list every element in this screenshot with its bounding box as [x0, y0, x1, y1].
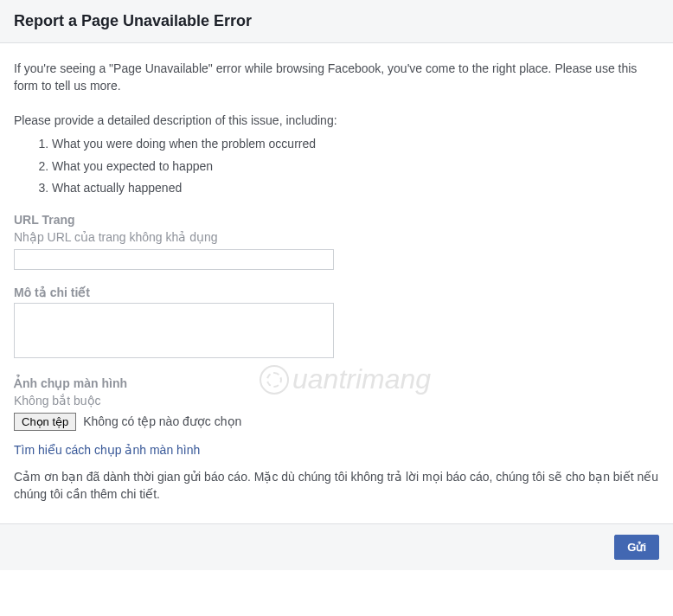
thanks-text: Cảm ơn bạn đã dành thời gian gửi báo cáo… [14, 469, 659, 503]
page-footer: Gửi [0, 524, 673, 570]
intro-text: If you're seeing a "Page Unavailable" er… [14, 61, 659, 94]
form-content: If you're seeing a "Page Unavailable" er… [0, 43, 673, 524]
instructions-list: What you were doing when the problem occ… [14, 136, 659, 197]
screenshot-help-link[interactable]: Tìm hiểu cách chụp ảnh màn hình [14, 443, 200, 457]
url-label: URL Trang [14, 213, 659, 227]
url-input[interactable] [14, 249, 334, 270]
description-label: Mô tả chi tiết [14, 286, 659, 299]
page-header: Report a Page Unavailable Error [0, 0, 673, 43]
file-status-text: Không có tệp nào được chọn [83, 414, 241, 428]
url-sublabel: Nhập URL của trang không khả dụng [14, 230, 659, 244]
file-input-row: Chọn tệp Không có tệp nào được chọn [14, 413, 659, 431]
instructions-lead: Please provide a detailed description of… [14, 113, 659, 127]
instructions-block: Please provide a detailed description of… [14, 113, 659, 197]
page-title: Report a Page Unavailable Error [14, 12, 659, 30]
list-item: What you expected to happen [52, 158, 659, 176]
screenshot-label: Ảnh chụp màn hình [14, 376, 659, 390]
choose-file-button[interactable]: Chọn tệp [14, 413, 76, 431]
submit-button[interactable]: Gửi [614, 535, 659, 560]
screenshot-sublabel: Không bắt buộc [14, 394, 659, 407]
list-item: What actually happened [52, 180, 659, 197]
description-textarea[interactable] [14, 303, 334, 358]
list-item: What you were doing when the problem occ… [52, 136, 659, 153]
